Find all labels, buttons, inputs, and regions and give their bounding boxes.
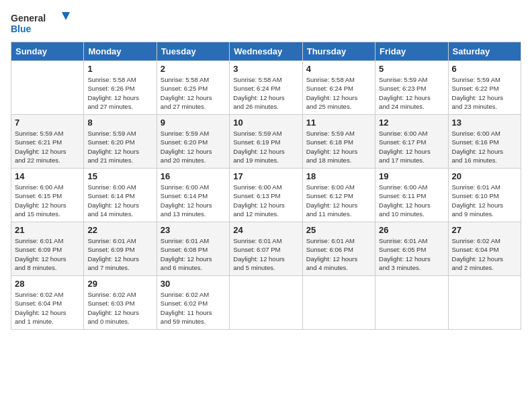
svg-text:General: General	[11, 13, 46, 24]
cell-info: Sunrise: 6:00 AM Sunset: 6:14 PM Dayligh…	[161, 183, 226, 218]
calendar-cell: 20Sunrise: 6:01 AM Sunset: 6:10 PM Dayli…	[448, 169, 521, 222]
cell-info: Sunrise: 5:59 AM Sunset: 6:19 PM Dayligh…	[233, 129, 298, 165]
cell-info: Sunrise: 6:02 AM Sunset: 6:02 PM Dayligh…	[161, 290, 226, 326]
cell-info: Sunrise: 6:02 AM Sunset: 6:03 PM Dayligh…	[87, 290, 152, 326]
calendar-week-row: 1Sunrise: 5:58 AM Sunset: 6:26 PM Daylig…	[11, 61, 521, 115]
calendar-header-row: SundayMondayTuesdayWednesdayThursdayFrid…	[11, 42, 521, 61]
calendar-cell: 15Sunrise: 6:00 AM Sunset: 6:14 PM Dayli…	[84, 169, 157, 222]
column-header-wednesday: Wednesday	[230, 42, 302, 61]
calendar-week-row: 7Sunrise: 5:59 AM Sunset: 6:21 PM Daylig…	[11, 115, 521, 169]
day-number: 6	[452, 64, 517, 74]
cell-info: Sunrise: 6:00 AM Sunset: 6:11 PM Dayligh…	[379, 183, 444, 218]
cell-info: Sunrise: 5:58 AM Sunset: 6:25 PM Dayligh…	[161, 75, 226, 111]
cell-info: Sunrise: 5:59 AM Sunset: 6:20 PM Dayligh…	[87, 129, 152, 165]
day-number: 22	[87, 225, 152, 235]
calendar-cell: 13Sunrise: 6:00 AM Sunset: 6:16 PM Dayli…	[448, 115, 521, 169]
calendar-cell: 25Sunrise: 6:01 AM Sunset: 6:06 PM Dayli…	[302, 222, 375, 276]
page-header: General Blue	[11, 11, 521, 35]
calendar-cell: 1Sunrise: 5:58 AM Sunset: 6:26 PM Daylig…	[84, 61, 157, 115]
day-number: 23	[161, 225, 226, 235]
cell-info: Sunrise: 6:00 AM Sunset: 6:13 PM Dayligh…	[233, 183, 298, 218]
svg-marker-2	[62, 12, 70, 20]
cell-info: Sunrise: 6:02 AM Sunset: 6:04 PM Dayligh…	[15, 290, 80, 326]
cell-info: Sunrise: 6:00 AM Sunset: 6:15 PM Dayligh…	[15, 183, 80, 218]
day-number: 12	[379, 118, 444, 128]
calendar-cell: 14Sunrise: 6:00 AM Sunset: 6:15 PM Dayli…	[11, 169, 84, 222]
calendar-cell: 17Sunrise: 6:00 AM Sunset: 6:13 PM Dayli…	[230, 169, 302, 222]
day-number: 5	[379, 64, 444, 74]
calendar-cell: 9Sunrise: 5:59 AM Sunset: 6:20 PM Daylig…	[157, 115, 229, 169]
logo-icon: General Blue	[11, 11, 71, 35]
day-number: 16	[161, 171, 226, 181]
day-number: 19	[379, 171, 444, 181]
day-number: 24	[233, 225, 298, 235]
column-header-tuesday: Tuesday	[157, 42, 229, 61]
cell-info: Sunrise: 6:00 AM Sunset: 6:17 PM Dayligh…	[379, 129, 444, 165]
cell-info: Sunrise: 6:01 AM Sunset: 6:09 PM Dayligh…	[15, 236, 80, 272]
calendar-cell: 4Sunrise: 5:58 AM Sunset: 6:24 PM Daylig…	[302, 61, 375, 115]
calendar-cell: 19Sunrise: 6:00 AM Sunset: 6:11 PM Dayli…	[375, 169, 448, 222]
calendar-cell: 26Sunrise: 6:01 AM Sunset: 6:05 PM Dayli…	[375, 222, 448, 276]
calendar-cell: 29Sunrise: 6:02 AM Sunset: 6:03 PM Dayli…	[84, 276, 157, 330]
cell-info: Sunrise: 5:58 AM Sunset: 6:24 PM Dayligh…	[306, 75, 371, 111]
day-number: 15	[87, 171, 152, 181]
day-number: 18	[306, 171, 371, 181]
cell-info: Sunrise: 5:58 AM Sunset: 6:26 PM Dayligh…	[87, 75, 152, 111]
calendar-cell	[448, 276, 521, 330]
day-number: 11	[306, 118, 371, 128]
cell-info: Sunrise: 5:59 AM Sunset: 6:23 PM Dayligh…	[379, 75, 444, 111]
column-header-saturday: Saturday	[448, 42, 521, 61]
calendar-cell: 3Sunrise: 5:58 AM Sunset: 6:24 PM Daylig…	[230, 61, 302, 115]
day-number: 28	[15, 279, 80, 289]
cell-info: Sunrise: 6:01 AM Sunset: 6:06 PM Dayligh…	[306, 236, 371, 272]
day-number: 13	[452, 118, 517, 128]
calendar-cell: 6Sunrise: 5:59 AM Sunset: 6:22 PM Daylig…	[448, 61, 521, 115]
cell-info: Sunrise: 6:00 AM Sunset: 6:14 PM Dayligh…	[87, 183, 152, 218]
cell-info: Sunrise: 5:59 AM Sunset: 6:20 PM Dayligh…	[161, 129, 226, 165]
cell-info: Sunrise: 6:01 AM Sunset: 6:08 PM Dayligh…	[161, 236, 226, 272]
day-number: 9	[161, 118, 226, 128]
day-number: 1	[87, 64, 152, 74]
column-header-friday: Friday	[375, 42, 448, 61]
calendar-cell: 2Sunrise: 5:58 AM Sunset: 6:25 PM Daylig…	[157, 61, 229, 115]
cell-info: Sunrise: 6:02 AM Sunset: 6:04 PM Dayligh…	[452, 236, 517, 272]
calendar-cell	[302, 276, 375, 330]
calendar-cell	[375, 276, 448, 330]
calendar-cell: 21Sunrise: 6:01 AM Sunset: 6:09 PM Dayli…	[11, 222, 84, 276]
cell-info: Sunrise: 6:01 AM Sunset: 6:07 PM Dayligh…	[233, 236, 298, 272]
day-number: 20	[452, 171, 517, 181]
day-number: 7	[15, 118, 80, 128]
calendar-cell: 18Sunrise: 6:00 AM Sunset: 6:12 PM Dayli…	[302, 169, 375, 222]
calendar-cell: 10Sunrise: 5:59 AM Sunset: 6:19 PM Dayli…	[230, 115, 302, 169]
column-header-sunday: Sunday	[11, 42, 84, 61]
day-number: 3	[233, 64, 298, 74]
day-number: 4	[306, 64, 371, 74]
calendar-table: SundayMondayTuesdayWednesdayThursdayFrid…	[11, 42, 521, 330]
day-number: 26	[379, 225, 444, 235]
cell-info: Sunrise: 6:01 AM Sunset: 6:05 PM Dayligh…	[379, 236, 444, 272]
calendar-cell: 12Sunrise: 6:00 AM Sunset: 6:17 PM Dayli…	[375, 115, 448, 169]
column-header-monday: Monday	[84, 42, 157, 61]
day-number: 29	[87, 279, 152, 289]
calendar-cell: 5Sunrise: 5:59 AM Sunset: 6:23 PM Daylig…	[375, 61, 448, 115]
calendar-cell: 11Sunrise: 5:59 AM Sunset: 6:18 PM Dayli…	[302, 115, 375, 169]
day-number: 8	[87, 118, 152, 128]
calendar-cell: 22Sunrise: 6:01 AM Sunset: 6:09 PM Dayli…	[84, 222, 157, 276]
cell-info: Sunrise: 6:00 AM Sunset: 6:12 PM Dayligh…	[306, 183, 371, 218]
day-number: 10	[233, 118, 298, 128]
cell-info: Sunrise: 5:58 AM Sunset: 6:24 PM Dayligh…	[233, 75, 298, 111]
cell-info: Sunrise: 6:01 AM Sunset: 6:09 PM Dayligh…	[87, 236, 152, 272]
day-number: 30	[161, 279, 226, 289]
calendar-cell: 8Sunrise: 5:59 AM Sunset: 6:20 PM Daylig…	[84, 115, 157, 169]
calendar-week-row: 28Sunrise: 6:02 AM Sunset: 6:04 PM Dayli…	[11, 276, 521, 330]
day-number: 25	[306, 225, 371, 235]
day-number: 17	[233, 171, 298, 181]
cell-info: Sunrise: 5:59 AM Sunset: 6:21 PM Dayligh…	[15, 129, 80, 165]
calendar-cell	[230, 276, 302, 330]
calendar-cell: 24Sunrise: 6:01 AM Sunset: 6:07 PM Dayli…	[230, 222, 302, 276]
calendar-week-row: 21Sunrise: 6:01 AM Sunset: 6:09 PM Dayli…	[11, 222, 521, 276]
cell-info: Sunrise: 5:59 AM Sunset: 6:18 PM Dayligh…	[306, 129, 371, 165]
logo: General Blue	[11, 11, 71, 35]
day-number: 2	[161, 64, 226, 74]
cell-info: Sunrise: 6:00 AM Sunset: 6:16 PM Dayligh…	[452, 129, 517, 165]
